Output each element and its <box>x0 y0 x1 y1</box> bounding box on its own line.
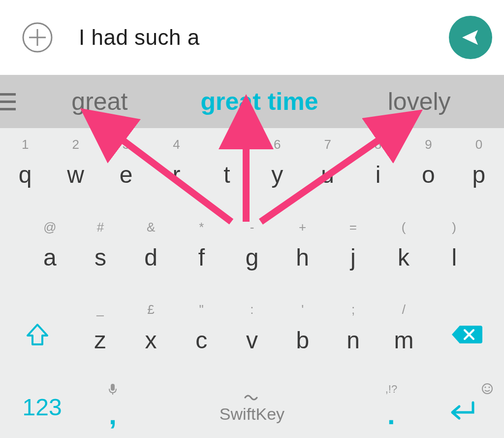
enter-key[interactable] <box>421 378 503 436</box>
key-e[interactable]: 3e <box>102 130 150 209</box>
key-row-2: @a #s &d *f -g +h =j (k )l <box>0 211 504 294</box>
key-z[interactable]: _z <box>76 295 125 374</box>
suggestion-left[interactable]: great <box>20 87 180 116</box>
numeric-key[interactable]: 123 <box>1 378 83 436</box>
key-l[interactable]: )l <box>430 213 478 292</box>
key-y[interactable]: 6y <box>253 130 301 209</box>
period-key[interactable]: ,!? . <box>364 378 419 436</box>
key-w[interactable]: 2w <box>51 130 99 209</box>
keyboard: 1q 2w 3e 4r 5t 6y 7u 8i 9o 0p @a #s &d *… <box>0 128 504 438</box>
backspace-key[interactable] <box>430 295 503 374</box>
key-o[interactable]: 9o <box>404 130 452 209</box>
key-s[interactable]: #s <box>76 213 125 292</box>
key-k[interactable]: (k <box>379 213 428 292</box>
key-g[interactable]: -g <box>228 213 277 292</box>
emoji-icon <box>481 383 493 398</box>
enter-icon <box>447 400 476 423</box>
key-row-1: 1q 2w 3e 4r 5t 6y 7u 8i 9o 0p <box>0 128 504 211</box>
key-i[interactable]: 8i <box>354 130 402 209</box>
key-c[interactable]: "c <box>177 295 226 374</box>
mic-icon <box>108 383 118 399</box>
svg-point-8 <box>485 387 486 388</box>
spacebar-label: SwiftKey <box>220 404 284 424</box>
comma-key[interactable]: , <box>85 378 140 436</box>
key-r[interactable]: 4r <box>152 130 200 209</box>
key-j[interactable]: =j <box>329 213 378 292</box>
plus-icon[interactable] <box>21 21 54 54</box>
key-u[interactable]: 7u <box>303 130 351 209</box>
key-f[interactable]: *f <box>177 213 226 292</box>
key-v[interactable]: :v <box>228 295 277 374</box>
key-d[interactable]: &d <box>126 213 175 292</box>
key-x[interactable]: £x <box>126 295 175 374</box>
suggestion-center[interactable]: great time <box>180 87 340 116</box>
suggestions-container: great great time lovely <box>0 75 504 128</box>
swiftkey-logo-icon <box>244 391 258 404</box>
spacebar-key[interactable]: SwiftKey <box>142 378 362 436</box>
svg-point-7 <box>482 384 492 394</box>
key-q[interactable]: 1q <box>1 130 49 209</box>
backspace-icon <box>451 324 482 345</box>
key-n[interactable]: ;n <box>329 295 378 374</box>
send-button[interactable] <box>449 16 492 59</box>
svg-point-9 <box>489 387 490 388</box>
key-a[interactable]: @a <box>26 213 74 292</box>
hamburger-icon[interactable] <box>0 75 19 128</box>
key-row-4: 123 , SwiftKey ,!? . <box>0 376 504 438</box>
key-b[interactable]: 'b <box>278 295 327 374</box>
message-input-bar: I had such a <box>0 0 504 75</box>
key-p[interactable]: 0p <box>455 130 503 209</box>
shift-icon <box>25 322 50 347</box>
suggestion-right[interactable]: lovely <box>339 87 499 116</box>
key-h[interactable]: +h <box>278 213 327 292</box>
prediction-bar: great great time lovely <box>0 75 504 128</box>
message-text-input[interactable]: I had such a <box>79 25 200 50</box>
key-m[interactable]: /m <box>379 295 428 374</box>
svg-rect-5 <box>111 384 115 391</box>
shift-key[interactable] <box>1 295 74 374</box>
key-row-3: _z £x "c :v 'b ;n /m <box>0 293 504 376</box>
send-icon <box>460 27 481 48</box>
key-t[interactable]: 5t <box>203 130 251 209</box>
